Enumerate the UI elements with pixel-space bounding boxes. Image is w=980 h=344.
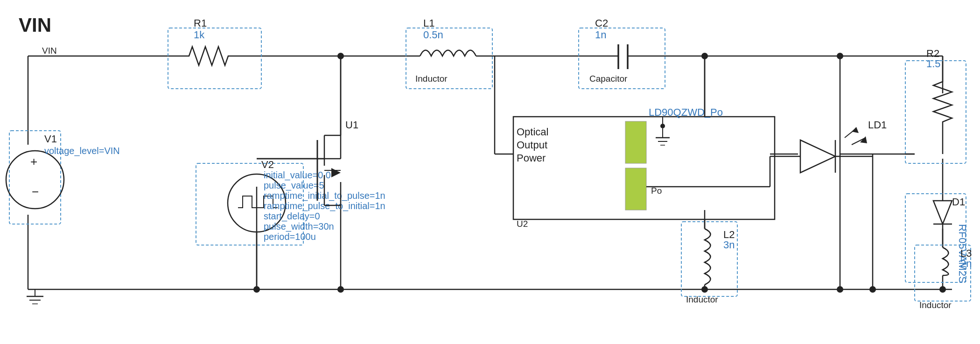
svg-point-66 [660, 124, 665, 128]
svg-marker-78 [933, 201, 952, 224]
v1-value: voltage_level=VIN [44, 146, 120, 156]
svg-point-88 [837, 286, 843, 293]
u1-name: U1 [345, 119, 358, 131]
v2-prop1: initial_value=0.0 [264, 170, 331, 181]
v2-name: V2 [261, 159, 274, 170]
svg-text:+: + [30, 154, 37, 168]
l2-type: Inductor [686, 295, 718, 304]
c2-value: 1n [595, 29, 606, 41]
v2-prop6: pulse_width=30n [264, 221, 334, 232]
l2-value: 3n [723, 239, 735, 251]
c2-type: Capacitor [589, 74, 628, 84]
vin-label: VIN [42, 46, 57, 56]
ld1-name: LD1 [868, 119, 887, 131]
svg-point-31 [701, 286, 708, 293]
d1-name: D1 [952, 196, 965, 208]
svg-marker-72 [852, 127, 859, 133]
l1-name: L1 [423, 17, 434, 29]
r2-value: 1.5 [926, 58, 941, 70]
v2-prop5: start_delay=0 [264, 211, 320, 222]
c2-name: C2 [595, 17, 608, 29]
svg-marker-57 [331, 168, 341, 177]
svg-text:−: − [32, 185, 39, 199]
u2-inner-text2: Output [517, 139, 547, 151]
u2-inner-text3: Power [517, 152, 546, 164]
l1-value: 0.5n [423, 29, 443, 41]
svg-rect-61 [625, 168, 646, 210]
r1-value: 1k [194, 29, 205, 41]
u2-name: U2 [517, 219, 528, 229]
v1-name: V1 [44, 133, 57, 145]
svg-point-22 [337, 286, 344, 293]
svg-rect-42 [9, 131, 61, 224]
l3-value: 2n [960, 258, 972, 269]
svg-point-100 [253, 286, 260, 293]
svg-point-33 [939, 286, 946, 293]
v2-prop2: pulse_value=5 [264, 180, 324, 191]
svg-marker-68 [800, 140, 835, 173]
u2-label: LD90QZWD_Po [649, 106, 723, 118]
l3-type: Inductor [919, 300, 952, 310]
schematic-title: VIN [19, 14, 51, 36]
schematic-canvas: VIN VIN [0, 0, 980, 344]
v2-prop7: period=100u [264, 232, 316, 242]
u2-inner-text: Optical [517, 126, 548, 138]
svg-point-90 [869, 286, 876, 293]
r1-name: R1 [194, 17, 207, 29]
svg-rect-60 [625, 121, 646, 163]
l1-type: Inductor [415, 74, 448, 84]
